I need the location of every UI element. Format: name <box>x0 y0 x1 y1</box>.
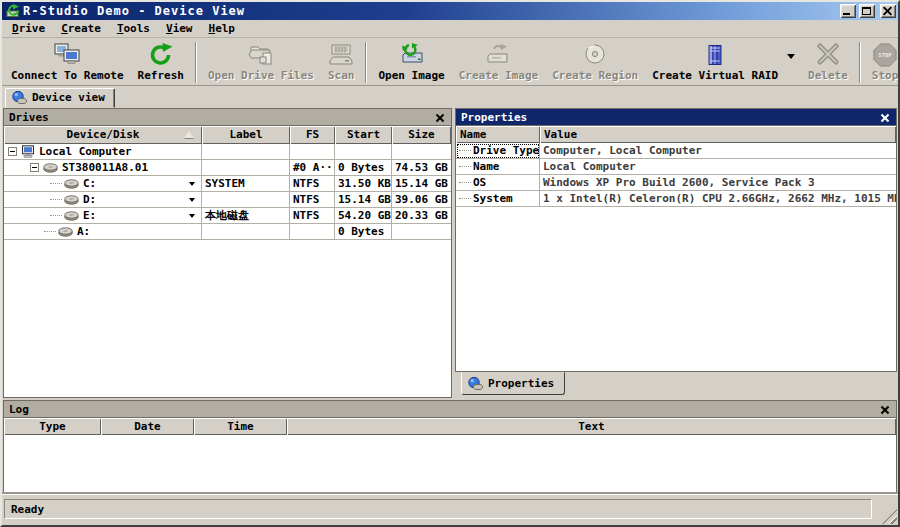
menu-drive-rest: rive <box>19 22 46 35</box>
tree-connector <box>459 198 471 199</box>
resize-grip[interactable] <box>882 509 897 524</box>
minimize-button[interactable] <box>840 4 856 18</box>
close-button[interactable] <box>880 4 896 18</box>
scan-button[interactable]: Scan <box>321 40 362 85</box>
open-image-label: Open Image <box>378 69 444 82</box>
column-header-value[interactable]: Value <box>540 126 896 143</box>
drive-row-e[interactable]: E: 本地磁盘 NTFS 54.20 GB 20.33 GB <box>4 208 451 224</box>
property-value: 1 x Intel(R) Celeron(R) CPU 2.66GHz, 266… <box>540 191 896 207</box>
column-header-type[interactable]: Type <box>4 418 101 435</box>
menu-drive-initial: D <box>12 22 19 35</box>
minimize-icon <box>843 13 850 15</box>
column-header-device-disk[interactable]: Device/Disk <box>4 126 202 144</box>
drive-fs: NTFS <box>290 208 335 224</box>
properties-close-icon[interactable] <box>879 112 891 123</box>
device-view-tab-icon <box>12 91 27 104</box>
create-virtual-raid-button[interactable]: Create Virtual RAID <box>645 40 785 83</box>
tab-properties[interactable]: Properties <box>461 372 565 395</box>
collapse-icon[interactable] <box>8 147 17 156</box>
log-close-icon[interactable] <box>879 404 891 415</box>
drives-panel-title: Drives <box>9 111 49 124</box>
drive-size: 20.33 GB <box>392 208 451 224</box>
menu-tools[interactable]: Tools <box>109 21 158 37</box>
create-virtual-raid-dropdown-icon[interactable] <box>787 54 795 59</box>
stop-icon-text: STOP <box>878 52 892 58</box>
menu-create-initial: C <box>61 22 68 35</box>
menu-drive[interactable]: Drive <box>4 21 53 37</box>
maximize-button[interactable] <box>859 4 875 18</box>
refresh-icon <box>148 43 174 67</box>
column-header-time[interactable]: Time <box>194 418 287 435</box>
log-empty-area <box>4 435 896 493</box>
title-bar[interactable]: R-Studio Demo - Device View <box>2 2 898 20</box>
connect-remote-icon <box>54 43 80 67</box>
menu-create[interactable]: Create <box>53 21 109 37</box>
delete-icon <box>815 43 841 67</box>
drive-name: E: <box>83 209 96 222</box>
drive-fs: NTFS <box>290 192 335 208</box>
properties-empty-area <box>456 207 896 371</box>
refresh-button[interactable]: Refresh <box>131 40 191 85</box>
column-header-text[interactable]: Text <box>287 418 896 435</box>
property-row-drive-type[interactable]: Drive Type Computer, Local Computer <box>456 143 896 159</box>
drives-close-icon[interactable] <box>434 112 446 123</box>
toolbar-separator <box>195 42 197 83</box>
drive-row-st380011a[interactable]: ST380011A8.01 #0 A··· 0 Bytes 74.53 GB <box>4 160 451 176</box>
property-name: Drive Type <box>473 144 539 157</box>
drive-dropdown-icon[interactable] <box>189 214 195 218</box>
delete-button[interactable]: Delete <box>801 40 855 85</box>
menu-view-initial: V <box>166 22 173 35</box>
log-panel-title: Log <box>9 403 29 416</box>
property-value: Computer, Local Computer <box>540 143 896 159</box>
drive-start: 54.20 GB <box>335 208 392 224</box>
column-header-size[interactable]: Size <box>392 126 451 144</box>
menu-view-rest: iew <box>173 22 193 35</box>
open-image-button[interactable]: Open Image <box>371 40 451 85</box>
view-tab-bar: Device view <box>2 86 898 108</box>
create-image-label: Create Image <box>459 69 538 82</box>
create-image-button[interactable]: Create Image <box>452 40 545 85</box>
drives-panel-titlebar: Drives <box>3 108 452 126</box>
drive-row-a[interactable]: A: 0 Bytes <box>4 224 451 240</box>
drive-start: 31.50 KB <box>335 176 392 192</box>
create-region-button[interactable]: Create Region <box>545 40 645 85</box>
create-region-icon <box>582 43 608 67</box>
drive-label: SYSTEM <box>202 176 290 192</box>
drive-size: 15.14 GB <box>392 176 451 192</box>
drive-dropdown-icon[interactable] <box>189 198 195 202</box>
column-header-date[interactable]: Date <box>101 418 194 435</box>
column-header-fs[interactable]: FS <box>290 126 335 144</box>
properties-panel-titlebar: Properties <box>455 108 897 126</box>
properties-panel: Properties Name Value Drive Type Compute… <box>455 108 897 398</box>
column-header-name[interactable]: Name <box>456 126 540 143</box>
drive-start: 0 Bytes <box>335 160 392 176</box>
drive-row-d[interactable]: D: NTFS 15.14 GB 39.06 GB <box>4 192 451 208</box>
property-row-os[interactable]: OS Windows XP Pro Build 2600, Service Pa… <box>456 175 896 191</box>
drive-row-local-computer[interactable]: Local Computer <box>4 144 451 160</box>
menu-tools-initial: T <box>117 22 124 35</box>
menu-help[interactable]: Help <box>201 21 244 37</box>
property-name: Name <box>473 160 500 173</box>
tree-connector <box>50 183 62 184</box>
toolbar-separator <box>859 42 861 83</box>
create-region-label: Create Region <box>552 69 638 82</box>
stop-button[interactable]: STOP Stop <box>865 40 900 85</box>
collapse-icon[interactable] <box>30 163 39 172</box>
drive-row-c[interactable]: C: SYSTEM NTFS 31.50 KB 15.14 GB <box>4 176 451 192</box>
connect-to-remote-button[interactable]: Connect To Remote <box>4 40 131 85</box>
column-header-start[interactable]: Start <box>335 126 392 144</box>
menu-view[interactable]: View <box>158 21 201 37</box>
log-panel: Log Type Date Time Text <box>2 400 898 494</box>
column-header-label[interactable]: Label <box>202 126 290 144</box>
tab-device-view[interactable]: Device view <box>5 88 115 108</box>
property-row-system[interactable]: System 1 x Intel(R) Celeron(R) CPU 2.66G… <box>456 191 896 207</box>
connect-to-remote-label: Connect To Remote <box>11 69 124 82</box>
status-message-area: Ready <box>4 499 872 519</box>
menu-help-rest: elp <box>215 22 235 35</box>
property-row-name[interactable]: Name Local Computer <box>456 159 896 175</box>
tree-connector <box>50 215 62 216</box>
tree-connector <box>459 150 471 151</box>
create-image-icon <box>485 43 511 67</box>
open-drive-files-button[interactable]: Open Drive Files <box>201 40 321 85</box>
drive-dropdown-icon[interactable] <box>189 182 195 186</box>
